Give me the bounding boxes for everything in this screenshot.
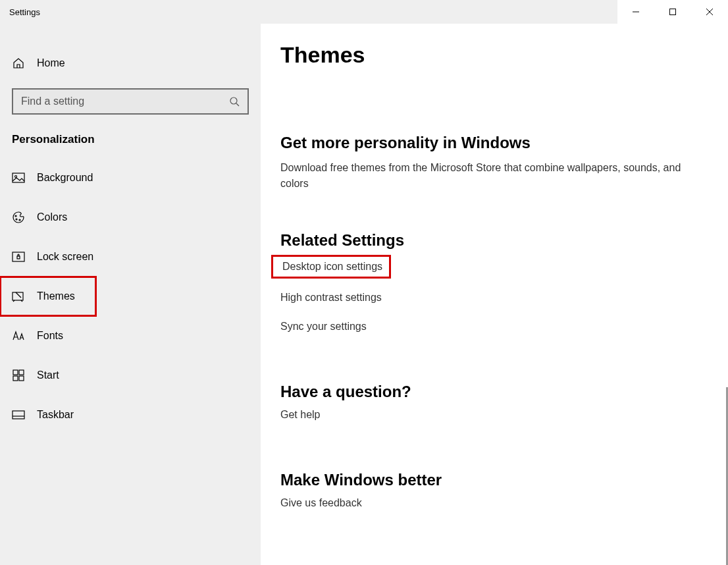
search-box[interactable] (12, 88, 249, 115)
svg-rect-6 (13, 173, 24, 182)
page-title: Themes (280, 42, 708, 68)
sidebar-item-taskbar[interactable]: Taskbar (0, 395, 261, 435)
svg-point-7 (15, 176, 17, 178)
svg-rect-15 (19, 370, 24, 375)
close-icon (706, 8, 714, 16)
svg-rect-14 (13, 370, 18, 375)
related-heading: Related Settings (280, 231, 708, 250)
svg-rect-1 (670, 9, 676, 15)
taskbar-icon (12, 408, 25, 421)
svg-rect-11 (13, 252, 24, 261)
main-content: Themes Get more personality in Windows D… (261, 24, 728, 565)
sidebar-item-colors[interactable]: Colors (0, 198, 261, 237)
sidebar-item-label: Taskbar (37, 409, 74, 421)
sidebar-item-label: Fonts (37, 330, 63, 342)
svg-rect-17 (19, 376, 24, 381)
sidebar-item-label: Colors (37, 211, 67, 223)
sidebar-item-start[interactable]: Start (0, 356, 261, 395)
home-nav[interactable]: Home (0, 47, 261, 79)
sidebar-item-themes[interactable]: Themes (0, 277, 96, 316)
fonts-icon (12, 329, 25, 342)
close-button[interactable] (691, 0, 728, 24)
svg-rect-16 (13, 376, 18, 381)
link-sync-settings[interactable]: Sync your settings (280, 321, 367, 333)
personality-desc: Download free themes from the Microsoft … (280, 160, 702, 192)
link-desktop-icon-settings[interactable]: Desktop icon settings (271, 255, 391, 279)
sidebar: Home Personalization Background Colors (0, 24, 261, 565)
svg-rect-12 (17, 256, 20, 259)
minimize-icon (632, 8, 640, 16)
better-heading: Make Windows better (280, 471, 708, 489)
category-title: Personalization (0, 126, 261, 158)
svg-point-9 (16, 219, 17, 220)
link-get-help[interactable]: Get help (280, 409, 320, 421)
svg-point-8 (15, 215, 16, 217)
svg-rect-13 (13, 292, 23, 300)
home-icon (12, 57, 25, 70)
maximize-icon (669, 8, 677, 16)
sidebar-item-background[interactable]: Background (0, 158, 261, 198)
start-icon (12, 369, 25, 382)
link-feedback[interactable]: Give us feedback (280, 497, 362, 509)
svg-line-5 (236, 103, 239, 106)
sidebar-item-lockscreen[interactable]: Lock screen (0, 237, 261, 277)
window-title: Settings (0, 7, 40, 17)
link-high-contrast[interactable]: High contrast settings (280, 292, 382, 304)
personality-heading: Get more personality in Windows (280, 134, 708, 152)
sidebar-item-label: Lock screen (37, 251, 93, 263)
themes-icon (12, 290, 25, 303)
svg-rect-18 (13, 411, 24, 419)
maximize-button[interactable] (654, 0, 691, 24)
sidebar-item-label: Themes (37, 290, 75, 302)
minimize-button[interactable] (617, 0, 654, 24)
palette-icon (12, 211, 25, 224)
sidebar-item-label: Start (37, 369, 59, 381)
sidebar-item-label: Background (37, 172, 93, 184)
home-label: Home (37, 57, 65, 69)
search-icon (229, 96, 240, 107)
question-heading: Have a question? (280, 383, 708, 401)
titlebar: Settings (0, 0, 728, 24)
picture-icon (12, 171, 25, 184)
lockscreen-icon (12, 250, 25, 263)
sidebar-item-fonts[interactable]: Fonts (0, 316, 261, 356)
search-input[interactable] (21, 95, 229, 107)
svg-point-4 (230, 97, 237, 104)
svg-point-10 (19, 219, 20, 221)
